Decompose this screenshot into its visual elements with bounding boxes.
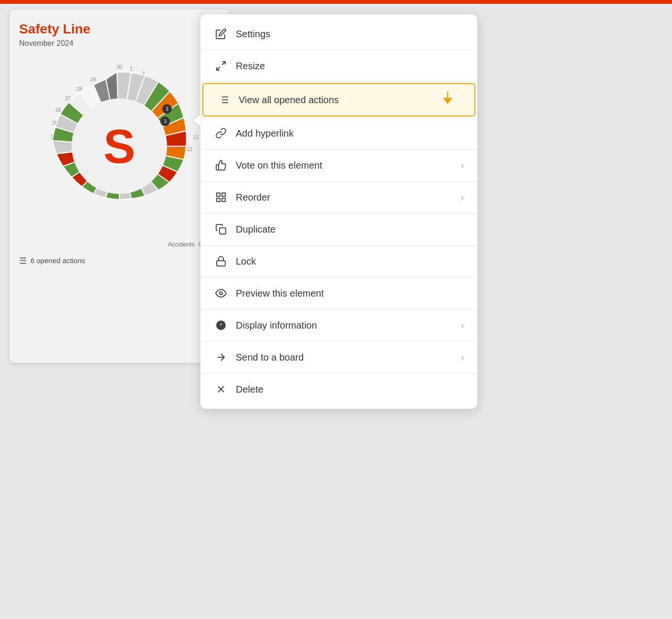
menu-item-display-info[interactable]: Display information›: [200, 310, 477, 342]
menu-item-vote[interactable]: Vote on this element›: [200, 149, 477, 181]
arrow-indicator: [438, 89, 457, 110]
chart-svg: 30 1 2 3 4 5 11 12 13 14 15 16 17 18 19 …: [29, 55, 210, 237]
menu-item-label-vote: Vote on this element: [236, 160, 461, 171]
menu-item-add-hyperlink[interactable]: Add hyperlink: [200, 117, 477, 149]
menu-item-resize[interactable]: Resize: [200, 50, 477, 82]
chevron-right-icon: ›: [461, 320, 464, 331]
reorder-icon: [214, 190, 228, 204]
chevron-right-icon: ›: [461, 352, 464, 363]
svg-text:3: 3: [166, 107, 168, 112]
menu-item-label-resize: Resize: [236, 61, 464, 72]
list-icon: [217, 93, 231, 107]
chart-legend: Accidents: [19, 241, 220, 248]
svg-text:27: 27: [65, 96, 71, 101]
card-title: Safety Line: [19, 21, 220, 37]
svg-rect-44: [220, 228, 226, 234]
chevron-right-icon: ›: [461, 160, 464, 171]
menu-item-view-actions[interactable]: View all opened actions: [202, 83, 475, 117]
svg-rect-42: [222, 198, 225, 202]
opened-actions-label: 6 opened actions: [31, 256, 85, 265]
svg-rect-43: [217, 198, 220, 202]
menu-item-send-board[interactable]: Send to a board›: [200, 342, 477, 374]
menu-item-label-display-info: Display information: [236, 320, 461, 331]
svg-text:S: S: [104, 119, 136, 173]
chevron-right-icon: ›: [461, 192, 464, 203]
menu-item-label-settings: Settings: [236, 29, 464, 40]
svg-text:29: 29: [90, 76, 96, 82]
legend-label: Accidents: [168, 241, 195, 248]
duplicate-icon: [214, 222, 228, 236]
menu-item-label-view-actions: View all opened actions: [239, 95, 461, 106]
svg-text:3: 3: [164, 119, 167, 124]
pencil-icon: [214, 27, 228, 41]
svg-point-46: [220, 292, 222, 295]
arrow-right-icon: [214, 350, 228, 364]
menu-item-preview[interactable]: Preview this element: [200, 277, 477, 310]
svg-text:28: 28: [76, 86, 82, 92]
close-icon: [214, 382, 228, 396]
opened-actions: ☰ 6 opened actions: [19, 256, 220, 266]
widget-card: Safety Line November 2024 30 1 2 3 4 5 1…: [10, 10, 229, 363]
context-menu: SettingsResizeView all opened actions Ad…: [200, 14, 477, 409]
resize-icon: [214, 59, 228, 73]
menu-item-duplicate[interactable]: Duplicate: [200, 213, 477, 245]
lock-icon: [214, 254, 228, 268]
menu-item-lock[interactable]: Lock: [200, 245, 477, 277]
info-icon: [214, 318, 228, 332]
svg-text:26: 26: [55, 107, 61, 113]
svg-rect-40: [217, 193, 220, 196]
svg-line-31: [222, 62, 225, 65]
svg-text:30: 30: [116, 64, 122, 70]
menu-item-label-send-board: Send to a board: [236, 352, 461, 363]
actions-list-icon: ☰: [19, 256, 27, 266]
menu-item-label-preview: Preview this element: [236, 288, 464, 299]
donut-chart: 30 1 2 3 4 5 11 12 13 14 15 16 17 18 19 …: [29, 55, 210, 237]
card-subtitle: November 2024: [19, 39, 220, 48]
menu-item-label-reorder: Reorder: [236, 192, 461, 203]
menu-item-reorder[interactable]: Reorder›: [200, 181, 477, 213]
thumbsup-icon: [214, 158, 228, 172]
top-bar: [0, 0, 672, 4]
menu-item-label-add-hyperlink: Add hyperlink: [236, 128, 464, 139]
menu-item-label-delete: Delete: [236, 384, 464, 395]
menu-item-delete[interactable]: Delete: [200, 374, 477, 405]
eye-icon: [214, 286, 228, 300]
svg-text:1: 1: [130, 66, 133, 72]
menu-item-label-lock: Lock: [236, 256, 464, 267]
menu-item-settings[interactable]: Settings: [200, 18, 477, 50]
link-icon: [214, 126, 228, 140]
svg-text:12: 12: [187, 146, 192, 152]
svg-text:11: 11: [193, 134, 199, 140]
svg-rect-41: [222, 193, 225, 196]
menu-item-label-duplicate: Duplicate: [236, 224, 464, 235]
svg-line-32: [217, 67, 220, 70]
svg-rect-45: [217, 261, 225, 266]
